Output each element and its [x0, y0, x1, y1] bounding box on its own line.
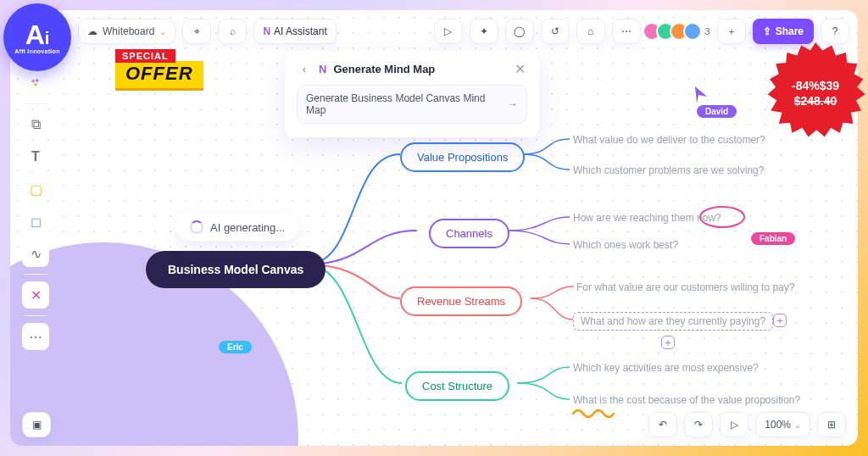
price-starburst: -84%$39 $248.40	[765, 42, 866, 144]
redo-button[interactable]: ↷	[684, 412, 713, 437]
zoom-control[interactable]: 100%⌄	[755, 412, 810, 437]
chevron-left-icon: ‹	[303, 63, 306, 75]
special-offer-sticker: SPECIAL OFFER	[115, 47, 203, 88]
confetti-icon: ✦	[480, 25, 488, 37]
price-now: $39	[820, 79, 839, 92]
svg-point-1	[31, 80, 35, 83]
user-cursor-david: David	[697, 105, 737, 118]
add-user-button[interactable]: ＋	[717, 19, 746, 44]
mindmap-root[interactable]: Business Model Canvas	[146, 251, 326, 288]
topbar-left: ☁︎ Whiteboard ⌄ ⌖ ⌕ N AI Assistant	[78, 19, 337, 44]
panel-logo-icon: N	[319, 63, 326, 75]
search-button[interactable]: ⌕	[218, 19, 247, 44]
user-cursor-fabian: Fabian	[751, 232, 795, 245]
generate-input[interactable]: Generate Business Model Canvas Mind Map …	[297, 85, 527, 124]
library-icon: ⌂	[587, 25, 593, 37]
avatar-extra-count: 3	[705, 26, 710, 36]
more-button[interactable]: ⋯	[612, 19, 641, 44]
close-icon: ✕	[515, 61, 526, 77]
shape-tool[interactable]: ◻	[22, 208, 49, 235]
library-button[interactable]: ⌂	[576, 19, 605, 44]
close-button[interactable]: ✕	[512, 61, 527, 76]
pen-icon: ∿	[31, 246, 42, 262]
add-child-button[interactable]: ＋	[661, 336, 675, 349]
generate-panel: ‹ N Generate Mind Map ✕ Generate Busines…	[285, 51, 539, 137]
user-cursor-eric: Eric	[219, 341, 252, 353]
undo-icon: ↶	[659, 419, 667, 431]
shape-icon: ◻	[31, 214, 42, 230]
cursor-icon: ▷	[731, 419, 738, 431]
mindmap-leaf[interactable]: What value do we deliver to the customer…	[573, 134, 765, 146]
play-icon: ▷	[444, 25, 452, 37]
text-tool[interactable]: T	[22, 143, 49, 170]
context-label: Whiteboard	[103, 25, 154, 37]
redo-icon: ↷	[694, 419, 703, 431]
share-button[interactable]: ⇪ Share	[753, 19, 814, 44]
ai-assistant-button[interactable]: N AI Assistant	[253, 19, 336, 44]
palette-icon	[30, 77, 42, 89]
help-icon: ?	[832, 25, 838, 37]
comment-icon: ◯	[514, 25, 525, 37]
branch-label: Revenue Streams	[417, 295, 505, 308]
add-sibling-button[interactable]: ＋	[773, 314, 787, 327]
book-icon: ⊞	[827, 419, 836, 431]
ai-generating-status: AI generating...	[176, 214, 298, 241]
branch-label: Channels	[446, 227, 492, 240]
mindmap-branch[interactable]: Revenue Streams	[400, 286, 522, 316]
mindmap-leaf[interactable]: How are we reaching them now?	[573, 212, 721, 224]
play-button[interactable]: ▷	[434, 19, 463, 44]
mindmap-leaf[interactable]: What is the cost because of the value pr…	[573, 394, 800, 406]
mindmap-branch[interactable]: Channels	[429, 219, 509, 248]
tool-sidebar: ⧉ T ▢ ◻ ∿ ✕ ⋯	[22, 70, 49, 350]
branch-label: Value Propositions	[417, 151, 508, 164]
context-selector[interactable]: ☁︎ Whiteboard ⌄	[78, 19, 175, 44]
svg-point-3	[34, 83, 37, 86]
zoom-value: 100%	[765, 419, 791, 431]
submit-arrow-icon[interactable]: →	[508, 98, 518, 110]
avatar-stack[interactable]: 3	[648, 22, 710, 41]
fit-view-button[interactable]: ⊞	[817, 412, 846, 437]
root-label: Business Model Canvas	[168, 263, 303, 276]
search-icon: ⌕	[230, 25, 236, 37]
minimap-icon: ▣	[32, 419, 42, 431]
svg-point-2	[36, 79, 39, 82]
separator	[24, 103, 47, 104]
chevron-down-icon: ⌄	[794, 420, 801, 430]
topbar-right: ▷ ✦ ◯ ↺ ⌂ ⋯ 3 ＋ ⇪ Share ?	[434, 19, 849, 44]
color-tool[interactable]	[22, 70, 49, 97]
spinner-icon	[190, 220, 203, 234]
tag-button[interactable]: ⌖	[182, 19, 211, 44]
sticky-tool[interactable]: ▢	[22, 175, 49, 203]
frame-icon: ⧉	[31, 117, 41, 132]
mindmap-leaf-selected[interactable]: What and how are they currently paying?	[573, 312, 773, 331]
more-tools[interactable]: ⋯	[22, 323, 49, 350]
mindmap-leaf[interactable]: Which customer problems are we solving?	[573, 164, 764, 176]
mindmap-branch[interactable]: Value Propositions	[400, 142, 525, 172]
mindmap-leaf[interactable]: Which ones work best?	[573, 239, 678, 251]
sticky-icon: ▢	[30, 181, 42, 197]
magic-tool[interactable]: ✕	[22, 281, 49, 309]
text-icon: T	[31, 149, 40, 164]
cursor-mode-button[interactable]: ▷	[720, 412, 748, 437]
brand-badge: Ai Affi Innovation	[3, 3, 71, 71]
ai-logo-icon: N	[263, 25, 270, 37]
comment-button[interactable]: ◯	[505, 19, 534, 44]
offer-word: OFFER	[115, 61, 203, 88]
mindmap-branch[interactable]: Cost Structure	[405, 371, 509, 401]
mindmap-leaf[interactable]: Which key activities are most expensive?	[573, 362, 759, 374]
undo-button[interactable]: ↶	[648, 412, 677, 437]
magic-icon: ✕	[31, 287, 42, 303]
separator	[24, 315, 47, 316]
status-text: AI generating...	[210, 221, 285, 234]
confetti-button[interactable]: ✦	[470, 19, 498, 44]
help-button[interactable]: ?	[821, 19, 849, 44]
mindmap-leaf[interactable]: For what value are our customers willing…	[576, 281, 794, 293]
back-button[interactable]: ‹	[297, 61, 312, 76]
minimap-button[interactable]: ▣	[22, 412, 51, 437]
panel-title: Generate Mind Map	[333, 63, 435, 75]
generate-input-value: Generate Business Model Canvas Mind Map	[306, 92, 508, 116]
history-button[interactable]: ↺	[541, 19, 570, 44]
frame-tool[interactable]: ⧉	[22, 111, 49, 138]
pen-tool[interactable]: ∿	[22, 240, 49, 267]
ai-assistant-label: AI Assistant	[274, 25, 327, 37]
